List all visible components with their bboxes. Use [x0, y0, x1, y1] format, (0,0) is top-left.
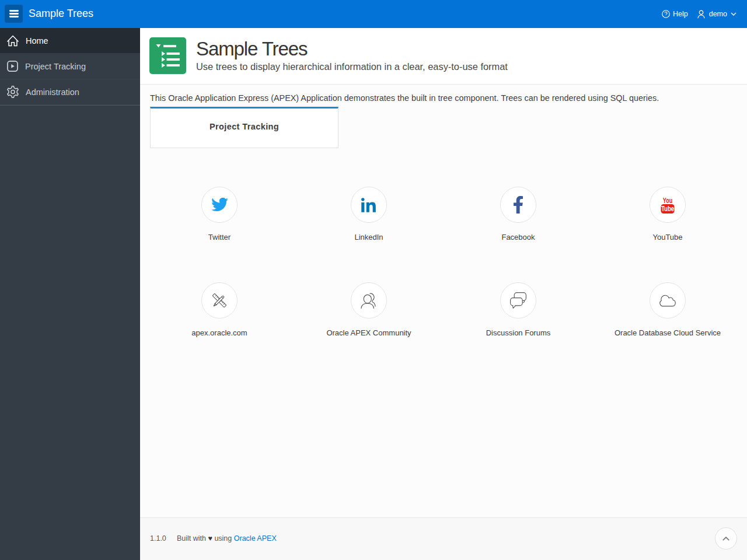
svg-text:You: You — [663, 197, 672, 204]
svg-text:Tube: Tube — [661, 205, 674, 213]
